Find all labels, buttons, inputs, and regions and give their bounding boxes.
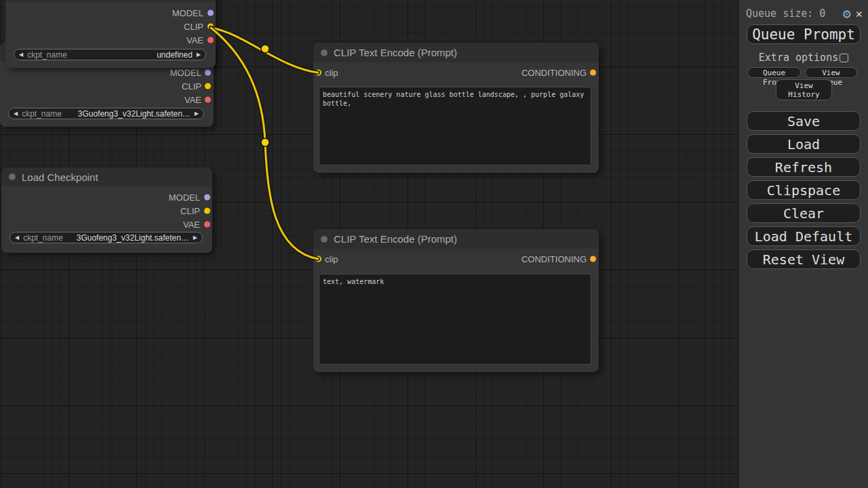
widget-value: undefined [71, 50, 193, 60]
widget-name: ckpt_name [22, 109, 62, 119]
node-title-bar[interactable]: CLIP Text Encode (Prompt) [313, 43, 599, 62]
queue-prompt-button[interactable]: Queue Prompt [747, 24, 861, 44]
settings-gear-icon[interactable]: ⚙ [843, 7, 851, 20]
node-title: CLIP Text Encode (Prompt) [334, 47, 457, 58]
output-label-vae: VAE [183, 220, 200, 230]
comfy-menu-panel: Queue size: 0 ⚙ ✕ Queue Prompt Extra opt… [739, 0, 868, 488]
model-output-port[interactable] [204, 195, 210, 201]
vae-output-port[interactable] [208, 37, 214, 43]
node-clip-text-encode-negative[interactable]: CLIP Text Encode (Prompt) clip CONDITION… [313, 229, 599, 372]
node-title: CLIP Text Encode (Prompt) [334, 233, 457, 245]
output-label-conditioning: CONDITIONING [521, 254, 587, 264]
vae-output-port[interactable] [205, 97, 211, 103]
conditioning-output-port[interactable] [590, 256, 596, 262]
output-label-model: MODEL [172, 8, 203, 18]
menu-header: Queue size: 0 ⚙ ✕ [746, 5, 863, 22]
refresh-button[interactable]: Refresh [747, 157, 861, 177]
widget-name: ckpt_name [23, 233, 63, 243]
extra-options-label: Extra options [759, 52, 838, 64]
combo-prev-icon[interactable]: ◀ [19, 52, 23, 58]
node-title: Load Checkpoint [22, 171, 98, 183]
collapse-dot-icon[interactable] [321, 236, 328, 243]
ckpt-name-combo-widget[interactable]: ◀ ckpt_name 3Guofeng3_v32Light.safeten… … [8, 108, 204, 119]
reset-view-button[interactable]: Reset View [747, 249, 861, 269]
combo-next-icon[interactable]: ▶ [193, 235, 197, 241]
widget-name: ckpt_name [27, 50, 67, 60]
load-default-button[interactable]: Load Default [747, 226, 861, 246]
positive-prompt-textarea[interactable]: beautiful scenery nature glass bottle la… [319, 87, 591, 165]
node-title-bar[interactable]: CLIP Text Encode (Prompt) [313, 229, 599, 249]
save-button[interactable]: Save [747, 111, 861, 131]
combo-next-icon[interactable]: ▶ [195, 111, 199, 117]
input-label-clip: clip [325, 254, 338, 264]
vae-output-port[interactable] [204, 222, 210, 228]
combo-next-icon[interactable]: ▶ [197, 52, 201, 58]
output-label-model: MODEL [169, 192, 200, 203]
view-queue-button[interactable]: View Queue [805, 67, 857, 78]
output-label-conditioning: CONDITIONING [521, 68, 587, 78]
output-label-model: MODEL [170, 68, 201, 78]
queue-size-label: Queue size: 0 [746, 7, 838, 20]
queue-front-button[interactable]: Queue Front [747, 67, 801, 78]
output-label-vae: VAE [186, 35, 203, 45]
input-label-clip: clip [325, 68, 338, 78]
node-graph-canvas[interactable]: MODEL CLIP VAE ◀ ckpt_name 3Guofeng3_v32… [0, 0, 868, 488]
extra-options-checkbox[interactable] [840, 54, 848, 62]
ckpt-name-combo-widget[interactable]: ◀ ckpt_name undefined ▶ [14, 49, 206, 60]
combo-prev-icon[interactable]: ◀ [14, 111, 18, 117]
model-output-port[interactable] [208, 10, 214, 16]
clipspace-button[interactable]: Clipspace [747, 180, 861, 200]
clip-input-port[interactable] [315, 256, 321, 262]
link-midpoint-dot [261, 45, 269, 53]
close-icon[interactable]: ✕ [856, 8, 863, 20]
model-output-port[interactable] [205, 70, 211, 76]
node-title-bar[interactable]: Load Checkpoint [1, 167, 212, 186]
view-history-button[interactable]: View History [776, 79, 832, 100]
node-title-bar[interactable] [5, 0, 216, 2]
output-label-clip: CLIP [180, 206, 200, 216]
clear-button[interactable]: Clear [747, 203, 861, 223]
link-clip-to-negative [211, 28, 318, 259]
collapse-dot-icon[interactable] [321, 49, 328, 56]
combo-prev-icon[interactable]: ◀ [15, 235, 19, 241]
node-clip-text-encode-positive[interactable]: CLIP Text Encode (Prompt) clip CONDITION… [313, 43, 599, 173]
load-button[interactable]: Load [747, 134, 861, 154]
ckpt-name-combo-widget[interactable]: ◀ ckpt_name 3Guofeng3_v32Light.safeten… … [9, 232, 203, 243]
output-label-clip: CLIP [182, 81, 201, 92]
output-label-vae: VAE [184, 95, 201, 105]
link-clip-to-positive [211, 28, 318, 73]
output-label-clip: CLIP [184, 22, 203, 32]
link-midpoint-dot [261, 138, 269, 146]
clip-output-port[interactable] [204, 208, 210, 214]
widget-value: 3Guofeng3_v32Light.safeten… [67, 233, 189, 243]
negative-prompt-textarea[interactable]: text, watermark [319, 274, 591, 365]
node-load-checkpoint[interactable]: Load Checkpoint MODEL CLIP VAE ◀ ckpt_na… [1, 167, 212, 253]
node-load-checkpoint-top[interactable]: MODEL CLIP VAE ◀ ckpt_name undefined ▶ [5, 0, 216, 68]
collapse-dot-icon[interactable] [9, 174, 16, 180]
clip-input-port[interactable] [315, 70, 321, 76]
widget-value: 3Guofeng3_v32Light.safeten… [66, 109, 191, 119]
clip-output-port[interactable] [205, 83, 211, 89]
conditioning-output-port[interactable] [590, 70, 596, 76]
clip-output-port[interactable] [208, 24, 214, 30]
extra-options-row: Extra options [739, 52, 868, 64]
